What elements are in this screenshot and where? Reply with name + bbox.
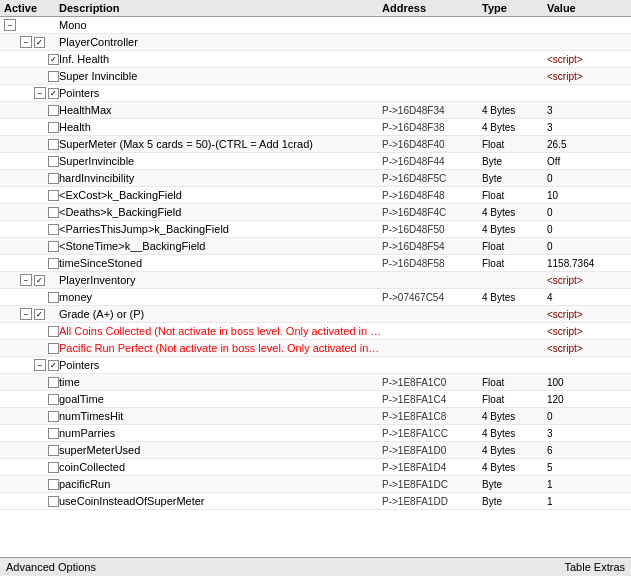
cell-description: <ExCost>k_BackingField (59, 189, 382, 201)
row-checkbox[interactable] (48, 207, 59, 218)
row-checkbox[interactable]: ✓ (34, 309, 45, 320)
row-checkbox[interactable] (48, 173, 59, 184)
row-checkbox[interactable] (48, 377, 59, 388)
row-checkbox[interactable] (48, 122, 59, 133)
row-checkbox[interactable] (48, 428, 59, 439)
table-row[interactable]: HealthP->16D48F384 Bytes3 (0, 119, 631, 136)
cell-address: P->16D48F54 (382, 241, 482, 252)
cell-value: <script> (547, 343, 627, 354)
table-row[interactable]: numParriesP->1E8FA1CC4 Bytes3 (0, 425, 631, 442)
expand-button[interactable]: − (34, 87, 46, 99)
row-checkbox[interactable] (48, 156, 59, 167)
cell-active (4, 326, 59, 337)
cell-description: Mono (59, 19, 382, 31)
table-row[interactable]: SuperInvincibleP->16D48F44ByteOff (0, 153, 631, 170)
table-row[interactable]: superMeterUsedP->1E8FA1D04 Bytes6 (0, 442, 631, 459)
row-checkbox[interactable] (48, 292, 59, 303)
cell-description: <ParriesThisJump>k_BackingField (59, 223, 382, 235)
row-checkbox[interactable] (48, 224, 59, 235)
table-row[interactable]: useCoinInsteadOfSuperMeterP->1E8FA1DDByt… (0, 493, 631, 510)
table-row[interactable]: −✓Grade (A+) or (P)<script> (0, 306, 631, 323)
cell-type: 4 Bytes (482, 207, 547, 218)
table-row[interactable]: timeSinceStonedP->16D48F58Float1158.7364 (0, 255, 631, 272)
cell-value: 6 (547, 445, 627, 456)
row-checkbox[interactable] (48, 343, 59, 354)
table-row[interactable]: All Coins Collected (Not activate in bos… (0, 323, 631, 340)
table-row[interactable]: −Mono (0, 17, 631, 34)
table-row[interactable]: timeP->1E8FA1C0Float100 (0, 374, 631, 391)
table-row[interactable]: pacificRunP->1E8FA1DCByte1 (0, 476, 631, 493)
table-row[interactable]: −✓PlayerController (0, 34, 631, 51)
cell-address: P->1E8FA1DD (382, 496, 482, 507)
row-checkbox[interactable] (48, 71, 59, 82)
table-row[interactable]: <Deaths>k_BackingFieldP->16D48F4C4 Bytes… (0, 204, 631, 221)
expand-button[interactable]: − (20, 274, 32, 286)
header-type: Type (482, 2, 547, 14)
cell-active (4, 377, 59, 388)
table-row[interactable]: −✓Pointers (0, 357, 631, 374)
table-row[interactable]: <ParriesThisJump>k_BackingFieldP->16D48F… (0, 221, 631, 238)
row-checkbox[interactable] (48, 241, 59, 252)
table-row[interactable]: moneyP->07467C544 Bytes4 (0, 289, 631, 306)
header-addr: Address (382, 2, 482, 14)
cell-active: − (4, 19, 59, 31)
row-checkbox[interactable]: ✓ (34, 275, 45, 286)
cell-description: SuperInvincible (59, 155, 382, 167)
table-row[interactable]: −✓Pointers (0, 85, 631, 102)
table-row[interactable]: numTimesHitP->1E8FA1C84 Bytes0 (0, 408, 631, 425)
cell-description: useCoinInsteadOfSuperMeter (59, 495, 382, 507)
table-row[interactable]: HealthMaxP->16D48F344 Bytes3 (0, 102, 631, 119)
cell-active (4, 394, 59, 405)
footer-right[interactable]: Table Extras (564, 561, 625, 573)
table-row[interactable]: hardInvincibilityP->16D48F5CByte0 (0, 170, 631, 187)
table-row[interactable]: coinCollectedP->1E8FA1D44 Bytes5 (0, 459, 631, 476)
cell-address: P->16D48F5C (382, 173, 482, 184)
row-checkbox[interactable] (48, 479, 59, 490)
expand-button[interactable]: − (20, 308, 32, 320)
table-row[interactable]: ✓Inf. Health<script> (0, 51, 631, 68)
table-row[interactable]: SuperMeter (Max 5 cards = 50)-(CTRL = Ad… (0, 136, 631, 153)
cell-description: <Deaths>k_BackingField (59, 206, 382, 218)
cell-active (4, 411, 59, 422)
row-checkbox[interactable] (48, 411, 59, 422)
table-row[interactable]: goalTimeP->1E8FA1C4Float120 (0, 391, 631, 408)
cell-type: Float (482, 258, 547, 269)
table-row[interactable]: −✓PlayerInventory<script> (0, 272, 631, 289)
row-checkbox[interactable] (48, 394, 59, 405)
row-checkbox[interactable] (48, 258, 59, 269)
cell-active (4, 224, 59, 235)
cell-address: P->07467C54 (382, 292, 482, 303)
cell-active: −✓ (4, 36, 59, 48)
row-checkbox[interactable] (48, 326, 59, 337)
table-row[interactable]: <StoneTime>k__BackingFieldP->16D48F54Flo… (0, 238, 631, 255)
footer: Advanced Options Table Extras (0, 557, 631, 576)
expand-button[interactable]: − (34, 359, 46, 371)
cell-description: superMeterUsed (59, 444, 382, 456)
expand-button[interactable]: − (4, 19, 16, 31)
cell-value: 0 (547, 173, 627, 184)
row-checkbox[interactable]: ✓ (48, 360, 59, 371)
expand-button[interactable]: − (20, 36, 32, 48)
row-checkbox[interactable] (48, 445, 59, 456)
table-row[interactable]: Pacific Run Perfect (Not activate in bos… (0, 340, 631, 357)
cell-description: Pointers (59, 87, 382, 99)
footer-left[interactable]: Advanced Options (6, 561, 96, 573)
table-row[interactable]: Super Invincible<script> (0, 68, 631, 85)
row-checkbox[interactable] (48, 139, 59, 150)
row-checkbox[interactable]: ✓ (48, 54, 59, 65)
row-checkbox[interactable]: ✓ (34, 37, 45, 48)
cell-description: Pacific Run Perfect (Not activate in bos… (59, 342, 382, 354)
cell-active (4, 190, 59, 201)
row-checkbox[interactable] (48, 462, 59, 473)
row-checkbox[interactable] (48, 496, 59, 507)
cell-value: Off (547, 156, 627, 167)
row-checkbox[interactable] (48, 105, 59, 116)
table-row[interactable]: <ExCost>k_BackingFieldP->16D48F48Float10 (0, 187, 631, 204)
row-checkbox[interactable] (48, 190, 59, 201)
cell-address: P->16D48F44 (382, 156, 482, 167)
cell-address: P->16D48F50 (382, 224, 482, 235)
cell-active: −✓ (4, 87, 59, 99)
row-checkbox[interactable]: ✓ (48, 88, 59, 99)
main-container: Active Description Address Type Value −M… (0, 0, 631, 576)
cell-address: P->16D48F38 (382, 122, 482, 133)
